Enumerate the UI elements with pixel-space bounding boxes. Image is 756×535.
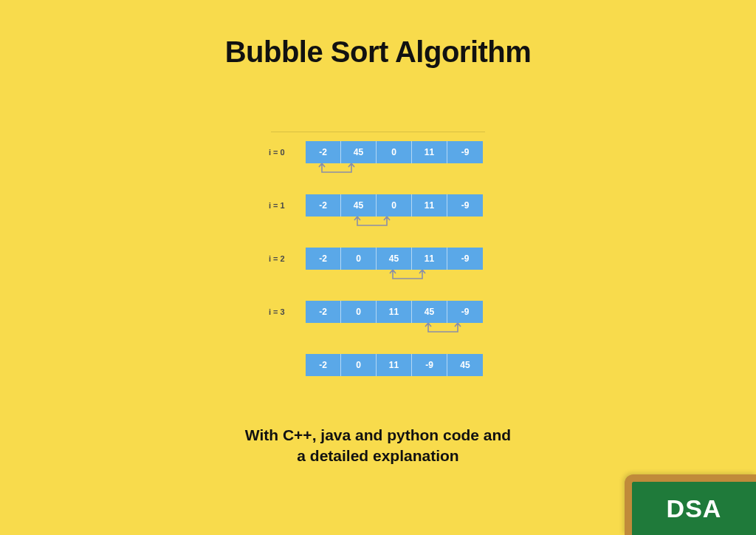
swap-connector-icon [315, 163, 359, 177]
subtitle-line: a detailed explanation [297, 447, 458, 464]
badge-label: DSA [667, 494, 722, 523]
array-cells: -2 45 0 11 -9 [306, 141, 483, 163]
array-cell: -2 [306, 301, 341, 323]
array-cell: 0 [377, 141, 412, 163]
step-row: i = 2 -2 0 45 11 -9 [267, 248, 489, 270]
array-cell: -2 [306, 194, 341, 217]
array-cell: -2 [306, 354, 341, 376]
array-cell: 45 [341, 141, 377, 163]
array-cell: 11 [412, 141, 447, 163]
array-cell: -9 [447, 301, 483, 323]
array-cell: -9 [412, 354, 447, 376]
subtitle: With C++, java and python code and a det… [193, 425, 563, 467]
array-cell: 11 [412, 248, 447, 270]
subtitle-line: With C++, java and python code and [245, 426, 511, 443]
array-cells: -2 45 0 11 -9 [306, 194, 483, 217]
array-cells: -2 0 11 -9 45 [306, 354, 483, 376]
step-row: i = 3 -2 0 11 45 -9 [267, 301, 489, 323]
array-cell: -2 [306, 248, 341, 270]
array-cell: 11 [377, 354, 412, 376]
array-cell: 11 [377, 301, 412, 323]
step-label: i = 2 [267, 254, 306, 263]
array-cell: 0 [341, 354, 377, 376]
array-cell: -2 [306, 141, 341, 163]
array-cell: 45 [341, 194, 377, 217]
array-cell: 0 [341, 301, 377, 323]
array-cell: 0 [377, 194, 412, 217]
array-cell: -9 [447, 141, 483, 163]
array-cell: 0 [341, 248, 377, 270]
array-cell: 45 [377, 248, 412, 270]
step-row: i = 0 -2 45 0 11 -9 [267, 141, 489, 163]
array-cells: -2 0 45 11 -9 [306, 248, 483, 270]
array-cell: 11 [412, 194, 447, 217]
page-title: Bubble Sort Algorithm [0, 0, 756, 69]
dsa-badge: DSA [625, 474, 756, 535]
step-label: i = 0 [267, 148, 306, 157]
swap-connector-icon [385, 270, 430, 283]
swap-connector-icon [350, 217, 394, 230]
swap-connector-icon [421, 323, 465, 336]
divider [271, 132, 485, 132]
step-row: i = 1 -2 45 0 11 -9 [267, 194, 489, 217]
step-row: -2 0 11 -9 45 [267, 354, 489, 376]
array-cells: -2 0 11 45 -9 [306, 301, 483, 323]
array-cell: -9 [447, 248, 483, 270]
array-cell: 45 [447, 354, 483, 376]
step-label: i = 3 [267, 307, 306, 316]
array-cell: 45 [412, 301, 447, 323]
bubble-sort-diagram: i = 0 -2 45 0 11 -9 i = 1 -2 45 0 11 -9 … [267, 132, 489, 376]
array-cell: -9 [447, 194, 483, 217]
step-label: i = 1 [267, 201, 306, 210]
